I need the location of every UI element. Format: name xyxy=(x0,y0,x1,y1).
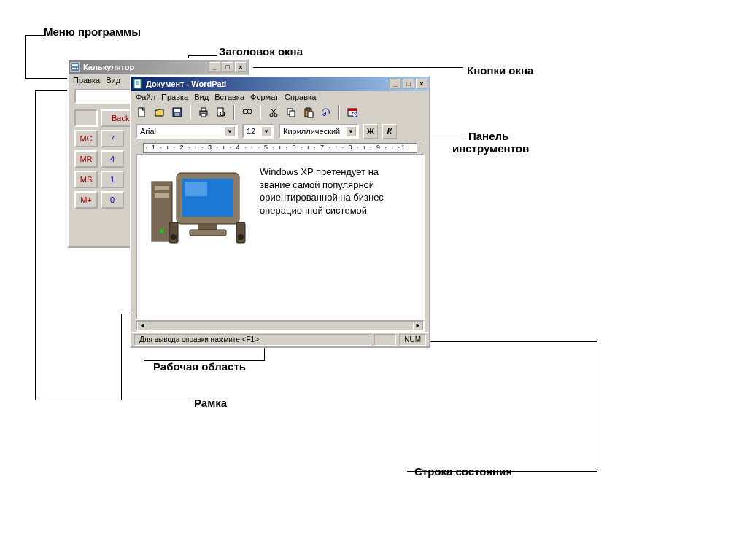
leadline xyxy=(432,136,464,136)
svg-rect-47 xyxy=(190,230,226,236)
font-script-value: Кириллический xyxy=(283,127,343,136)
toolbar-separator xyxy=(233,105,235,120)
calc-menu-edit[interactable]: Правка xyxy=(73,76,100,85)
svg-marker-11 xyxy=(155,109,163,116)
paste-icon[interactable] xyxy=(301,104,317,120)
font-name-value: Arial xyxy=(140,127,222,136)
wordpad-toolbar-standard xyxy=(131,103,429,122)
leadline xyxy=(35,90,67,91)
font-script-combo[interactable]: Кириллический ▼ xyxy=(279,124,359,139)
svg-point-22 xyxy=(247,109,252,114)
annotation-frame: Рамка xyxy=(194,397,227,409)
calc-7-button[interactable]: 7 xyxy=(101,130,124,147)
dropdown-arrow-icon[interactable]: ▼ xyxy=(261,126,271,136)
svg-rect-32 xyxy=(308,112,313,117)
calc-title-text: Калькулятор xyxy=(83,63,207,71)
svg-rect-46 xyxy=(198,224,217,230)
svg-rect-31 xyxy=(306,108,310,110)
ruler[interactable]: · 1 · ı · 2 · ı · 3 · ı · 4 · ı · 5 · ı … xyxy=(136,141,425,154)
calc-mplus-button[interactable]: M+ xyxy=(74,191,98,209)
wordpad-toolbar-format: Arial ▼ 12 ▼ Кириллический ▼ Ж К xyxy=(131,122,429,141)
new-file-icon[interactable] xyxy=(134,104,150,120)
dropdown-arrow-icon[interactable]: ▼ xyxy=(225,126,235,136)
dropdown-arrow-icon[interactable]: ▼ xyxy=(346,126,356,136)
svg-point-51 xyxy=(238,234,244,240)
calc-close-button[interactable]: × xyxy=(235,62,247,72)
wordpad-title-text: Документ - WordPad xyxy=(146,79,388,88)
menu-view[interactable]: Вид xyxy=(194,93,209,101)
menu-file[interactable]: Файл xyxy=(136,93,155,101)
annotation-workarea: Рабочая область xyxy=(153,360,246,373)
wordpad-maximize-button[interactable]: □ xyxy=(403,79,414,89)
datetime-icon[interactable] xyxy=(344,104,360,120)
calc-mr-button[interactable]: MR xyxy=(74,150,98,168)
font-size-value: 12 xyxy=(247,127,258,136)
svg-rect-41 xyxy=(155,193,169,198)
font-name-combo[interactable]: Arial ▼ xyxy=(136,124,238,139)
annotation-menu: Меню программы xyxy=(44,26,141,38)
svg-rect-17 xyxy=(201,114,206,117)
svg-rect-4 xyxy=(77,68,78,69)
wordpad-minimize-button[interactable]: _ xyxy=(390,79,401,89)
undo-icon[interactable] xyxy=(318,104,334,120)
svg-point-21 xyxy=(243,109,247,114)
horizontal-scrollbar[interactable]: ◄ ► xyxy=(136,320,425,332)
toolbar-separator xyxy=(190,105,191,120)
print-preview-icon[interactable] xyxy=(213,104,229,120)
calc-mc-button[interactable]: MC xyxy=(74,130,98,147)
calc-4-button[interactable]: 4 xyxy=(101,150,124,168)
menu-insert[interactable]: Вставка xyxy=(214,93,244,101)
find-icon[interactable] xyxy=(239,104,255,120)
svg-rect-16 xyxy=(201,108,206,111)
ruler-scale: · 1 · ı · 2 · ı · 3 · ı · 4 · ı · 5 · ı … xyxy=(143,143,417,153)
annotation-title: Заголовок окна xyxy=(219,45,303,58)
svg-rect-5 xyxy=(134,79,141,88)
calc-0-button[interactable]: 0 xyxy=(101,191,124,209)
svg-point-42 xyxy=(160,229,164,233)
svg-rect-3 xyxy=(74,68,76,69)
scroll-right-icon[interactable]: ► xyxy=(413,322,423,330)
svg-rect-1 xyxy=(72,64,78,66)
leadline xyxy=(25,35,44,36)
wordpad-icon xyxy=(133,79,143,89)
menu-help[interactable]: Справка xyxy=(285,93,316,101)
open-file-icon[interactable] xyxy=(152,104,168,120)
svg-rect-29 xyxy=(290,111,295,117)
calc-minimize-button[interactable]: _ xyxy=(209,62,220,72)
leadline xyxy=(35,90,36,400)
italic-button[interactable]: К xyxy=(382,124,397,139)
svg-rect-14 xyxy=(175,113,179,116)
calc-titlebar[interactable]: Калькулятор _ □ × xyxy=(69,60,248,74)
status-bar: Для вывода справки нажмите <F1> NUM xyxy=(131,332,429,346)
leadline xyxy=(597,341,597,471)
leadline xyxy=(144,360,265,361)
wordpad-close-button[interactable]: × xyxy=(416,79,427,89)
leadline xyxy=(25,35,26,78)
cut-icon[interactable] xyxy=(266,104,282,120)
document-area[interactable]: Windows XP претендует на звание самой по… xyxy=(136,154,425,320)
svg-rect-45 xyxy=(185,182,207,196)
wordpad-window: Документ - WordPad _ □ × Файл Правка Вид… xyxy=(130,75,430,348)
calc-1-button[interactable]: 1 xyxy=(101,171,124,188)
toolbar-separator xyxy=(260,105,261,120)
font-size-combo[interactable]: 12 ▼ xyxy=(242,124,274,139)
annotation-toolbar2: инструментов xyxy=(452,142,529,155)
calc-mem-indicator xyxy=(74,109,98,127)
svg-rect-13 xyxy=(174,109,180,112)
calc-ms-button[interactable]: MS xyxy=(74,171,98,188)
menu-format[interactable]: Формат xyxy=(250,93,279,101)
print-icon[interactable] xyxy=(196,104,212,120)
calc-maximize-button[interactable]: □ xyxy=(222,62,233,72)
bold-button[interactable]: Ж xyxy=(363,124,378,139)
copy-icon[interactable] xyxy=(283,104,299,120)
leadline xyxy=(403,341,597,342)
leadline xyxy=(407,471,597,472)
menu-edit[interactable]: Правка xyxy=(161,93,188,101)
computer-image-icon xyxy=(147,166,249,253)
annotation-toolbar1: Панель xyxy=(468,130,508,142)
scroll-left-icon[interactable]: ◄ xyxy=(137,322,147,330)
calc-menu-view[interactable]: Вид xyxy=(106,76,120,85)
svg-line-20 xyxy=(224,115,226,117)
wordpad-titlebar[interactable]: Документ - WordPad _ □ × xyxy=(131,77,429,91)
save-icon[interactable] xyxy=(169,104,185,120)
